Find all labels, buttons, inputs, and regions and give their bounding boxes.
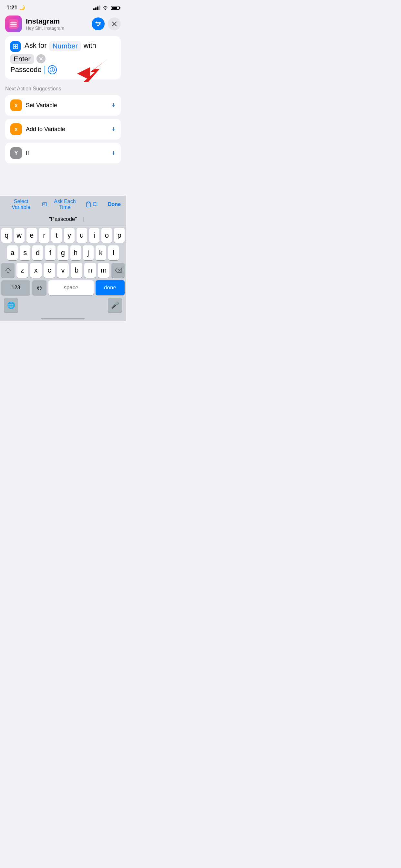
key-row-3: z x c v b n m [1,263,125,278]
toolbar-done-button[interactable]: Done [108,202,121,207]
key-x[interactable]: x [30,263,42,278]
action-prompt-word: Enter [10,54,34,64]
action-card: Ask for Number with Enter Passcode [5,36,121,80]
app-header: Instagram Hey Siri, Instagram [0,13,126,36]
svg-point-9 [97,25,99,27]
key-p[interactable]: p [114,228,125,243]
suggestion-if[interactable]: Y If + [5,143,121,163]
key-e[interactable]: e [27,228,37,243]
suggestion-left-3: Y If [10,147,29,159]
key-u[interactable]: u [76,228,87,243]
predictive-bar: "Passcode" [0,213,126,225]
info-button[interactable] [48,65,57,74]
svg-rect-22 [42,203,47,206]
app-icon [5,16,22,32]
action-variable-type[interactable]: Number [49,41,81,51]
key-r[interactable]: r [39,228,50,243]
svg-point-7 [96,22,97,23]
shift-key[interactable] [1,263,14,278]
svg-point-8 [99,23,101,25]
header-actions[interactable] [92,18,121,30]
moon-icon: 🌙 [19,5,25,11]
home-indicator [0,315,126,321]
key-k[interactable]: k [96,245,106,260]
if-icon: Y [10,147,22,159]
passcode-text: Passcode [10,66,42,74]
if-label: If [26,150,29,157]
key-row-5: 🌐 🎤 [1,298,125,313]
suggestion-left: x Set Variable [10,99,57,111]
action-row: Ask for Number with Enter [10,41,116,64]
numbers-key[interactable]: 123 [1,280,30,295]
key-z[interactable]: z [17,263,28,278]
add-to-variable-label: Add to Variable [26,126,65,133]
ask-each-time-button[interactable]: Ask Each Time [42,198,81,210]
app-info: Instagram Hey Siri, Instagram [26,17,92,31]
home-bar [41,318,85,319]
action-type-icon [10,41,21,52]
predictive-word[interactable]: "Passcode" [42,216,84,222]
key-h[interactable]: h [70,245,81,260]
clipboard-button[interactable]: Cl [86,202,97,207]
clipboard-label: Cl [93,202,97,207]
key-d[interactable]: d [32,245,43,260]
set-variable-label: Set Variable [26,102,57,109]
key-q[interactable]: q [1,228,12,243]
key-l[interactable]: l [108,245,119,260]
key-o[interactable]: o [101,228,112,243]
add-to-variable-add-button[interactable]: + [112,125,116,133]
key-a[interactable]: a [7,245,18,260]
key-c[interactable]: c [43,263,55,278]
key-b[interactable]: b [71,263,82,278]
key-row-4: 123 ☺ space done [1,280,125,295]
select-variable-label: Select Variable [5,198,37,210]
keyboard-toolbar: Select Variable Ask Each Time Cl Done [0,196,126,213]
suggestion-set-variable[interactable]: x Set Variable + [5,95,121,116]
key-m[interactable]: m [98,263,110,278]
clear-button[interactable] [36,54,45,63]
battery-indicator [111,6,120,10]
svg-rect-26 [88,202,89,203]
close-button[interactable] [108,18,121,30]
key-row-2: a s d f g h j k l [1,245,125,260]
keyboard: q w e r t y u i o p a s d f g h j k l z … [0,225,126,315]
wifi-icon [102,5,108,11]
set-variable-add-button[interactable]: + [112,101,116,110]
key-n[interactable]: n [84,263,96,278]
key-y[interactable]: y [64,228,74,243]
key-j[interactable]: j [83,245,94,260]
key-w[interactable]: w [14,228,25,243]
suggestion-left-2: x Add to Variable [10,123,65,135]
key-i[interactable]: i [89,228,100,243]
signal-bars [93,5,100,10]
filter-button[interactable] [92,18,104,30]
svg-rect-3 [10,26,17,27]
globe-key[interactable]: 🌐 [4,298,18,313]
if-add-button[interactable]: + [112,149,116,157]
app-name: Instagram [26,17,92,26]
text-cursor [44,66,45,73]
key-row-1: q w e r t y u i o p [1,228,125,243]
set-variable-icon: x [10,99,22,111]
done-key[interactable]: done [96,280,125,295]
key-g[interactable]: g [58,245,68,260]
select-variable-button[interactable]: Select Variable [5,198,37,210]
emoji-key[interactable]: ☺ [32,280,47,295]
svg-rect-1 [10,24,17,25]
space-key[interactable]: space [49,280,94,295]
action-connector: with [84,41,96,50]
key-v[interactable]: v [57,263,69,278]
status-bar: 1:21 🌙 [0,0,126,13]
key-s[interactable]: s [20,245,30,260]
add-to-variable-icon: x [10,123,22,135]
suggestion-add-to-variable[interactable]: x Add to Variable + [5,119,121,140]
key-f[interactable]: f [45,245,56,260]
svg-point-19 [52,68,53,69]
mic-key[interactable]: 🎤 [108,298,122,313]
action-second-line: Passcode [10,65,116,74]
status-time: 1:21 🌙 [6,4,25,11]
time-display: 1:21 [6,4,18,11]
delete-key[interactable] [112,263,125,278]
suggestions-label: Next Action Suggestions [0,85,126,95]
key-t[interactable]: t [51,228,62,243]
